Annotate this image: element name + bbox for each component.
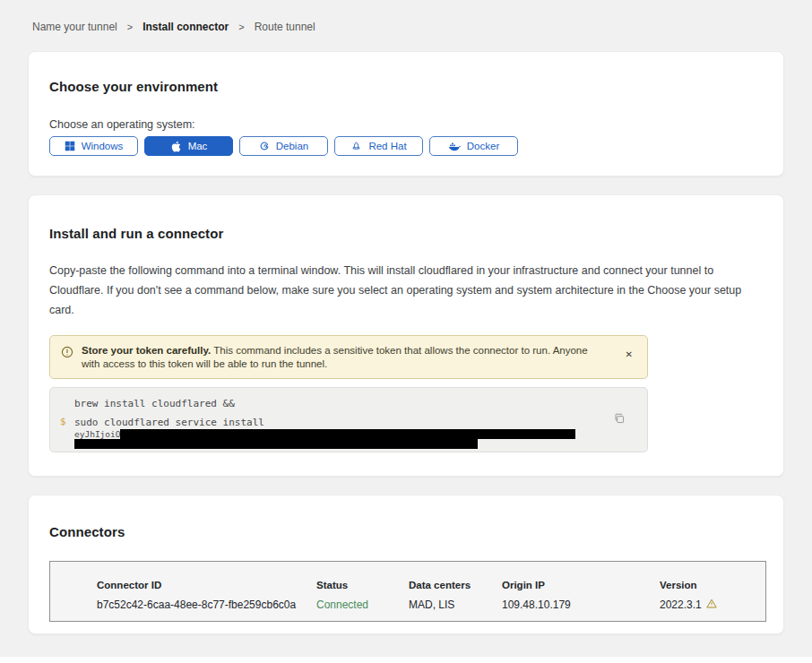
os-button-mac[interactable]: Mac (144, 136, 233, 156)
os-button-label: Windows (82, 141, 124, 151)
os-button-debian[interactable]: Debian (239, 136, 328, 156)
connector-table-row: b7c52c42-6caa-48ee-8c77-fbe259cb6c0a Con… (97, 598, 747, 611)
install-command-token: eyJhIjoiO (74, 429, 647, 439)
tunnel-setup-page: Name your tunnel > Install connector > R… (0, 0, 812, 663)
debian-logo-icon (259, 141, 270, 151)
token-warning-title: Store your token carefully. (82, 345, 211, 356)
environment-card: Choose your environment Choose an operat… (28, 51, 784, 177)
column-header-data-centers: Data centers (409, 580, 502, 590)
os-button-docker[interactable]: Docker (429, 136, 518, 156)
os-button-windows[interactable]: Windows (49, 136, 138, 156)
connectors-table: Connector ID Status Data centers Origin … (49, 561, 766, 622)
apple-logo-icon (170, 141, 182, 152)
breadcrumb-separator-icon: > (238, 22, 244, 32)
token-warning-banner: Store your token carefully. This command… (49, 335, 648, 379)
column-header-connector-id: Connector ID (97, 580, 316, 590)
token-prefix: eyJhIjoiO (74, 429, 120, 439)
install-command-line2: sudo cloudflared service install (74, 417, 647, 428)
redhat-logo-icon (350, 141, 362, 152)
installer-description: Copy-paste the following command into a … (49, 261, 762, 320)
os-button-redhat[interactable]: Red Hat (334, 136, 423, 156)
connectors-table-header: Connector ID Status Data centers Origin … (97, 580, 747, 590)
install-command-line1: brew install cloudflared && (74, 398, 647, 409)
installer-card-title: Install and run a connector (49, 226, 763, 241)
os-select-label: Choose an operating system: (49, 118, 763, 131)
column-header-origin-ip: Origin IP (502, 580, 660, 590)
warning-triangle-icon (706, 598, 717, 611)
breadcrumb-step-name-your-tunnel[interactable]: Name your tunnel (32, 21, 117, 33)
redacted-token-bar (74, 439, 478, 449)
install-command-block: $ brew install cloudflared && sudo cloud… (49, 387, 648, 452)
copy-command-button[interactable] (614, 413, 626, 427)
terminal-prompt: $ (60, 416, 66, 427)
os-button-label: Red Hat (368, 141, 406, 151)
token-warning-text: Store your token carefully. This command… (82, 344, 597, 371)
connectors-card-title: Connectors (49, 524, 763, 539)
breadcrumb: Name your tunnel > Install connector > R… (28, 21, 784, 33)
os-button-label: Docker (467, 141, 499, 151)
connector-status-badge: Connected (316, 598, 409, 611)
breadcrumb-step-install-connector[interactable]: Install connector (143, 21, 229, 33)
os-button-label: Mac (188, 141, 208, 151)
breadcrumb-separator-icon: > (127, 22, 133, 32)
column-header-version: Version (660, 580, 747, 590)
column-header-status: Status (316, 580, 409, 590)
alert-circle-icon (61, 344, 73, 362)
windows-logo-icon (65, 141, 75, 151)
breadcrumb-step-route-tunnel[interactable]: Route tunnel (255, 21, 315, 33)
version-number: 2022.3.1 (660, 598, 702, 611)
os-button-label: Debian (276, 141, 308, 151)
connector-id-value: b7c52c42-6caa-48ee-8c77-fbe259cb6c0a (97, 598, 316, 611)
os-button-group: Windows Mac Debian (49, 136, 763, 156)
redacted-token-bar (120, 429, 575, 439)
environment-card-title: Choose your environment (49, 79, 763, 94)
copy-icon (614, 414, 626, 427)
connector-origin-ip-value: 109.48.10.179 (502, 598, 660, 611)
connectors-card: Connectors Connector ID Status Data cent… (28, 495, 784, 634)
installer-card: Install and run a connector Copy-paste t… (28, 194, 784, 477)
connector-data-centers-value: MAD, LIS (409, 598, 502, 611)
page-bottom-strip (0, 657, 812, 663)
docker-logo-icon (448, 141, 461, 151)
close-warning-button[interactable]: ✕ (626, 349, 633, 359)
connector-version-value: 2022.3.1 (660, 598, 747, 611)
